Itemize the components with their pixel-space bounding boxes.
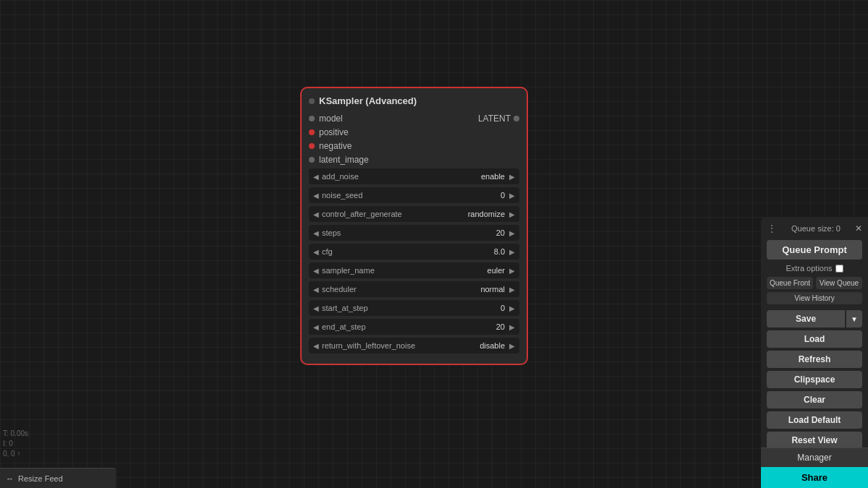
clear-button[interactable]: Clear (767, 391, 862, 408)
panel-header: ⋮ Queue size: 0 ✕ (767, 223, 862, 234)
ctrl-left-arrow-end[interactable]: ◀ (312, 323, 320, 331)
ctrl-value-steps: 20 (496, 228, 505, 237)
ctrl-start-at-step[interactable]: ◀ start_at_step 0 ▶ (309, 300, 519, 316)
port-dot-model (309, 116, 315, 121)
refresh-button[interactable]: Refresh (767, 351, 862, 368)
resize-feed-bar[interactable]: ↔ Resize Feed (0, 468, 116, 488)
port-label-positive: positive (319, 127, 349, 137)
ctrl-left-arrow-noise-seed[interactable]: ◀ (312, 192, 320, 200)
ctrl-left-arrow-scheduler[interactable]: ◀ (312, 286, 320, 294)
ctrl-label-sampler: sampler_name (320, 266, 488, 275)
bottom-info: T: 0.00s I: 0 0, 0 ↑ (3, 429, 28, 459)
ctrl-label-cag: control_after_generate (320, 210, 468, 218)
ctrl-value-end: 20 (496, 322, 505, 331)
extra-options-checkbox[interactable] (835, 265, 843, 273)
queue-front-view-queue-row: Queue Front View Queue (767, 277, 862, 289)
latent-label: LATENT (478, 114, 511, 124)
save-button[interactable]: Save (767, 310, 845, 328)
ctrl-right-arrow-noise-seed[interactable]: ▶ (508, 192, 516, 200)
share-button[interactable]: Share (761, 467, 868, 488)
ctrl-value-add-noise: enable (481, 172, 505, 181)
ctrl-right-arrow-cfg[interactable]: ▶ (508, 248, 516, 256)
panel-drag-icon[interactable]: ⋮ (767, 223, 777, 234)
ctrl-scheduler[interactable]: ◀ scheduler normal ▶ (309, 281, 519, 297)
ctrl-left-arrow-add-noise[interactable]: ◀ (312, 173, 320, 181)
extra-options-label: Extra options (786, 264, 832, 273)
port-negative: negative (309, 141, 519, 151)
port-label-negative: negative (319, 141, 352, 151)
ctrl-label-rln: return_with_leftover_noise (320, 341, 480, 350)
port-positive: positive (309, 127, 519, 137)
view-queue-button[interactable]: View Queue (816, 277, 862, 289)
ctrl-return-leftover-noise[interactable]: ◀ return_with_leftover_noise disable ▶ (309, 338, 519, 354)
node-title-label: KSampler (Advanced) (319, 95, 417, 106)
clipspace-button[interactable]: Clipspace (767, 371, 862, 388)
extra-label: 0, 0 ↑ (3, 449, 28, 459)
resize-feed-label: Resize Feed (18, 474, 63, 483)
ctrl-label-scheduler: scheduler (320, 285, 480, 294)
ctrl-left-arrow-steps[interactable]: ◀ (312, 229, 320, 237)
ctrl-left-arrow-sampler[interactable]: ◀ (312, 267, 320, 275)
ctrl-left-arrow-rln[interactable]: ◀ (312, 342, 320, 350)
ctrl-value-sampler: euler (488, 266, 505, 275)
manager-button[interactable]: Manager (761, 448, 868, 467)
ctrl-right-arrow-steps[interactable]: ▶ (508, 229, 516, 237)
ctrl-label-end: end_at_step (320, 322, 496, 331)
ctrl-end-at-step[interactable]: ◀ end_at_step 20 ▶ (309, 319, 519, 335)
queue-size-label: Queue size: 0 (791, 224, 841, 233)
right-panel: ⋮ Queue size: 0 ✕ Queue Prompt Extra opt… (761, 217, 868, 458)
node-title-dot (309, 98, 315, 104)
port-right-dot (514, 116, 519, 121)
ctrl-left-arrow-cfg[interactable]: ◀ (312, 248, 320, 256)
ctrl-label-steps: steps (320, 228, 496, 237)
port-dot-negative (309, 143, 315, 149)
port-latent-image: latent_image (309, 155, 519, 165)
ctrl-value-noise-seed: 0 (501, 191, 505, 200)
ctrl-sampler-name[interactable]: ◀ sampler_name euler ▶ (309, 262, 519, 278)
ctrl-right-arrow-scheduler[interactable]: ▶ (508, 286, 516, 294)
ctrl-right-arrow-cag[interactable]: ▶ (508, 210, 516, 218)
ksampler-node: KSampler (Advanced) model LATENT positiv… (300, 87, 528, 365)
ctrl-right-arrow-add-noise[interactable]: ▶ (508, 173, 516, 181)
i-label: I: 0 (3, 439, 28, 449)
ctrl-value-cfg: 8.0 (494, 247, 505, 256)
port-label-latent-image: latent_image (319, 155, 369, 165)
ctrl-label-add-noise: add_noise (320, 172, 481, 181)
node-title-row: KSampler (Advanced) (309, 95, 519, 106)
extra-options-row: Extra options (767, 264, 862, 273)
ctrl-right-arrow-rln[interactable]: ▶ (508, 342, 516, 350)
ctrl-noise-seed[interactable]: ◀ noise_seed 0 ▶ (309, 187, 519, 203)
reset-view-button[interactable]: Reset View (767, 432, 862, 449)
ctrl-label-noise-seed: noise_seed (320, 191, 501, 200)
bottom-right-panel: Manager Share (761, 448, 868, 488)
port-right-latent: LATENT (478, 114, 519, 124)
load-button[interactable]: Load (767, 330, 862, 348)
ctrl-right-arrow-start[interactable]: ▶ (508, 304, 516, 312)
ctrl-value-start: 0 (501, 304, 505, 312)
ctrl-right-arrow-end[interactable]: ▶ (508, 323, 516, 331)
port-label-model: model (319, 114, 343, 124)
panel-close-button[interactable]: ✕ (855, 223, 862, 234)
load-default-button[interactable]: Load Default (767, 411, 862, 429)
ctrl-add-noise[interactable]: ◀ add_noise enable ▶ (309, 168, 519, 184)
t-label: T: 0.00s (3, 429, 28, 439)
queue-front-button[interactable]: Queue Front (767, 277, 813, 289)
ctrl-left-arrow-cag[interactable]: ◀ (312, 210, 320, 218)
ctrl-control-after-generate[interactable]: ◀ control_after_generate randomize ▶ (309, 206, 519, 222)
ctrl-value-scheduler: normal (480, 285, 505, 294)
ctrl-left-arrow-start[interactable]: ◀ (312, 304, 320, 312)
ctrl-value-rln: disable (480, 341, 505, 350)
save-row: Save ▼ (767, 310, 862, 328)
port-dot-positive (309, 129, 315, 135)
ctrl-right-arrow-sampler[interactable]: ▶ (508, 267, 516, 275)
ctrl-cfg[interactable]: ◀ cfg 8.0 ▶ (309, 244, 519, 260)
save-dropdown-button[interactable]: ▼ (846, 310, 862, 328)
port-dot-latent-image (309, 157, 315, 163)
port-model: model LATENT (309, 114, 519, 124)
ctrl-label-start: start_at_step (320, 304, 501, 312)
resize-icon: ↔ (6, 474, 14, 483)
view-history-button[interactable]: View History (767, 292, 862, 304)
queue-prompt-button[interactable]: Queue Prompt (767, 240, 862, 260)
ctrl-steps[interactable]: ◀ steps 20 ▶ (309, 225, 519, 241)
ctrl-label-cfg: cfg (320, 247, 494, 256)
